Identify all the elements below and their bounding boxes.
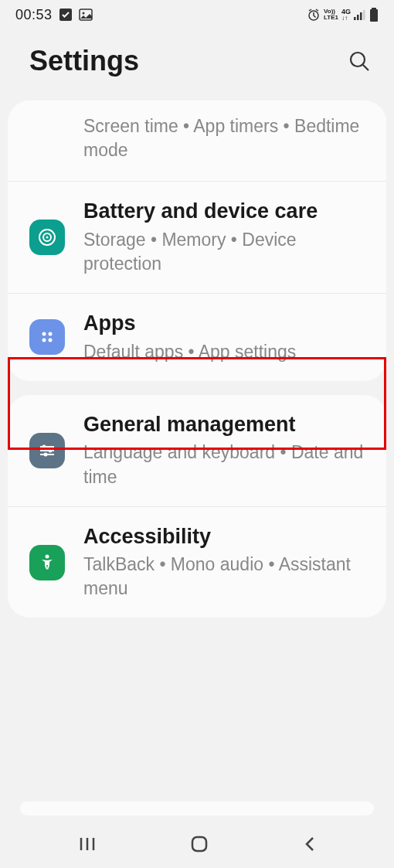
item-subtitle: Screen time • App timers • Bedtime mode	[83, 114, 368, 162]
status-right: Vo))LTE1 4G↓↑	[307, 8, 379, 22]
svg-point-14	[46, 237, 49, 239]
settings-item-apps[interactable]: Apps Default apps • App settings	[8, 293, 386, 381]
settings-item-accessibility[interactable]: Accessibility TalkBack • Mono audio • As…	[8, 506, 386, 618]
signal-icon	[354, 9, 366, 20]
settings-item-general-management[interactable]: General management Language and keyboard…	[8, 395, 386, 506]
item-content: Battery and device care Storage • Memory…	[83, 199, 372, 276]
item-content: Accessibility TalkBack • Mono audio • As…	[83, 524, 372, 601]
settings-item-digital-wellbeing-partial[interactable]: Screen time • App timers • Bedtime mode	[8, 100, 386, 181]
settings-group-2: General management Language and keyboard…	[8, 395, 386, 618]
item-content: General management Language and keyboard…	[83, 412, 372, 489]
svg-point-16	[49, 332, 53, 336]
item-title: Accessibility	[83, 524, 372, 550]
svg-rect-6	[360, 12, 362, 20]
svg-rect-9	[370, 9, 378, 22]
svg-rect-4	[354, 17, 356, 20]
item-content: Apps Default apps • App settings	[83, 311, 372, 364]
svg-point-18	[49, 339, 53, 342]
svg-point-2	[82, 12, 84, 15]
checkbox-icon	[59, 8, 73, 22]
svg-point-20	[42, 444, 46, 448]
scroll-indicator	[20, 802, 374, 815]
item-title: General management	[83, 412, 372, 438]
device-care-icon	[29, 220, 65, 255]
item-content: Screen time • App timers • Bedtime mode	[83, 114, 368, 162]
svg-rect-7	[363, 10, 365, 20]
svg-point-17	[42, 339, 46, 342]
accessibility-icon	[29, 545, 65, 580]
battery-icon	[369, 8, 379, 22]
svg-rect-8	[372, 8, 376, 9]
nav-recents-button[interactable]	[78, 836, 97, 852]
image-icon	[79, 8, 93, 22]
alarm-icon	[307, 8, 321, 22]
svg-point-24	[44, 452, 48, 456]
status-bar: 00:53 Vo))LTE1 4G↓↑	[0, 0, 394, 29]
svg-point-10	[351, 53, 365, 66]
search-button[interactable]	[348, 49, 371, 73]
nav-back-button[interactable]	[302, 835, 316, 853]
status-left: 00:53	[15, 7, 93, 23]
svg-point-22	[49, 448, 53, 452]
apps-icon	[29, 319, 65, 355]
item-subtitle: Default apps • App settings	[83, 340, 372, 364]
svg-point-25	[46, 554, 49, 558]
settings-item-battery-device-care[interactable]: Battery and device care Storage • Memory…	[8, 181, 386, 293]
item-title: Battery and device care	[83, 199, 372, 225]
app-header: Settings	[0, 29, 394, 100]
item-subtitle: TalkBack • Mono audio • Assistant menu	[83, 553, 372, 601]
svg-rect-29	[192, 837, 206, 851]
general-management-icon	[29, 433, 65, 468]
nav-home-button[interactable]	[190, 835, 209, 853]
item-title: Apps	[83, 311, 372, 337]
svg-point-15	[42, 332, 46, 336]
page-title: Settings	[29, 45, 139, 77]
nav-bar	[0, 820, 394, 868]
status-time: 00:53	[15, 7, 53, 23]
item-subtitle: Language and keyboard • Date and time	[83, 441, 372, 488]
svg-line-11	[363, 65, 369, 70]
volte-icon: Vo))LTE1	[324, 9, 338, 21]
network-4g-icon: 4G↓↑	[341, 9, 351, 22]
item-subtitle: Storage • Memory • Device protection	[83, 228, 372, 276]
svg-rect-5	[357, 15, 359, 20]
settings-group-1: Screen time • App timers • Bedtime mode …	[8, 100, 386, 381]
